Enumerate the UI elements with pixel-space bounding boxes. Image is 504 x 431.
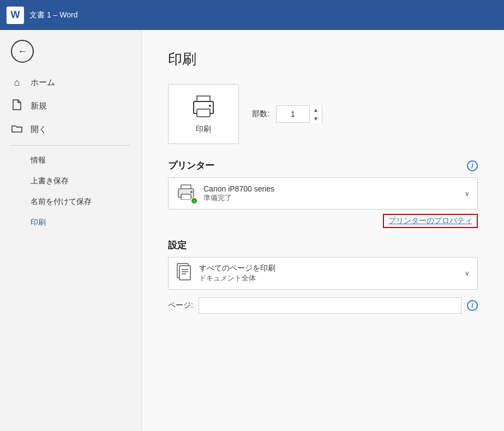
printer-section-title: プリンター bbox=[168, 159, 214, 172]
home-icon: ⌂ bbox=[11, 77, 23, 88]
sidebar-item-info-label: 情報 bbox=[31, 155, 46, 164]
pages-input[interactable] bbox=[199, 297, 461, 314]
pages-label: ページ: bbox=[168, 301, 193, 310]
copies-spinner: 1 ▲ ▼ bbox=[276, 105, 322, 123]
copies-decrement-button[interactable]: ▼ bbox=[310, 114, 322, 123]
copies-increment-button[interactable]: ▲ bbox=[310, 105, 322, 114]
sidebar-item-saveas[interactable]: 名前を付けて保存 bbox=[0, 191, 141, 212]
print-button[interactable]: 印刷 bbox=[168, 84, 239, 144]
sidebar-item-saveas-label: 名前を付けて保存 bbox=[31, 197, 92, 206]
main-area: ← ⌂ ホーム 新規 開く bbox=[0, 30, 504, 431]
back-button[interactable]: ← bbox=[11, 40, 34, 63]
sidebar-item-save-label: 上書き保存 bbox=[31, 176, 69, 185]
printer-dropdown-arrow-icon: ∨ bbox=[465, 190, 470, 197]
printer-button-icon bbox=[189, 94, 218, 120]
open-icon bbox=[11, 124, 23, 135]
svg-rect-7 bbox=[179, 266, 190, 280]
sidebar-item-info[interactable]: 情報 bbox=[0, 150, 141, 171]
copies-row: 部数: 1 ▲ ▼ bbox=[252, 105, 322, 123]
printer-status-dot bbox=[190, 197, 198, 205]
window-title: 文書 1 – Word bbox=[29, 10, 77, 20]
pages-row: ページ: i bbox=[168, 297, 478, 314]
copies-arrows: ▲ ▼ bbox=[309, 105, 322, 123]
new-doc-icon bbox=[11, 99, 23, 113]
sidebar-item-new[interactable]: 新規 bbox=[0, 94, 141, 118]
svg-rect-1 bbox=[197, 109, 210, 117]
svg-point-5 bbox=[190, 191, 193, 193]
word-icon: W bbox=[7, 7, 24, 24]
printer-select-dropdown[interactable]: Canon iP8700 series 準備完了 ∨ bbox=[168, 177, 478, 209]
printer-icon-wrap bbox=[176, 183, 196, 203]
content-area: 印刷 印刷 部数: 1 ▲ bbox=[142, 30, 504, 431]
sidebar-item-open[interactable]: 開く bbox=[0, 118, 141, 141]
print-range-primary: すべてのページを印刷 bbox=[199, 264, 460, 273]
sidebar-item-save[interactable]: 上書き保存 bbox=[0, 171, 141, 191]
pages-info-icon[interactable]: i bbox=[467, 300, 478, 311]
copies-label: 部数: bbox=[252, 109, 269, 119]
sidebar: ← ⌂ ホーム 新規 開く bbox=[0, 30, 142, 431]
sidebar-item-print-label: 印刷 bbox=[31, 218, 46, 226]
title-bar: W 文書 1 – Word bbox=[0, 0, 504, 30]
page-title: 印刷 bbox=[168, 50, 478, 69]
printer-name: Canon iP8700 series bbox=[203, 184, 460, 193]
printer-section-header: プリンター i bbox=[168, 159, 478, 172]
copies-value: 1 bbox=[277, 105, 309, 123]
sidebar-item-print[interactable]: 印刷 bbox=[0, 212, 141, 233]
sidebar-item-home[interactable]: ⌂ ホーム bbox=[0, 71, 141, 94]
printer-info: Canon iP8700 series 準備完了 bbox=[203, 184, 460, 203]
svg-rect-4 bbox=[181, 194, 191, 200]
print-range-icon bbox=[176, 263, 191, 284]
print-action-row: 印刷 部数: 1 ▲ ▼ bbox=[168, 84, 478, 144]
sidebar-item-open-label: 開く bbox=[31, 124, 47, 135]
print-button-label: 印刷 bbox=[196, 124, 211, 134]
printer-info-icon[interactable]: i bbox=[467, 160, 478, 171]
print-range-dropdown-arrow-icon: ∨ bbox=[465, 270, 470, 277]
svg-point-2 bbox=[209, 105, 211, 107]
sidebar-item-new-label: 新規 bbox=[31, 101, 47, 111]
printer-status: 準備完了 bbox=[203, 193, 460, 203]
sidebar-divider bbox=[11, 145, 130, 146]
sidebar-item-home-label: ホーム bbox=[31, 77, 55, 88]
print-range-secondary: ドキュメント全体 bbox=[199, 273, 460, 283]
back-icon: ← bbox=[17, 46, 27, 57]
print-range-dropdown[interactable]: すべてのページを印刷 ドキュメント全体 ∨ bbox=[168, 257, 478, 290]
settings-section-title: 設定 bbox=[168, 239, 187, 252]
settings-section-header: 設定 bbox=[168, 239, 478, 252]
printer-properties-link-wrapper: プリンターのプロパティ bbox=[168, 214, 478, 228]
print-range-info: すべてのページを印刷 ドキュメント全体 bbox=[199, 264, 460, 283]
printer-properties-link[interactable]: プリンターのプロパティ bbox=[383, 214, 478, 228]
